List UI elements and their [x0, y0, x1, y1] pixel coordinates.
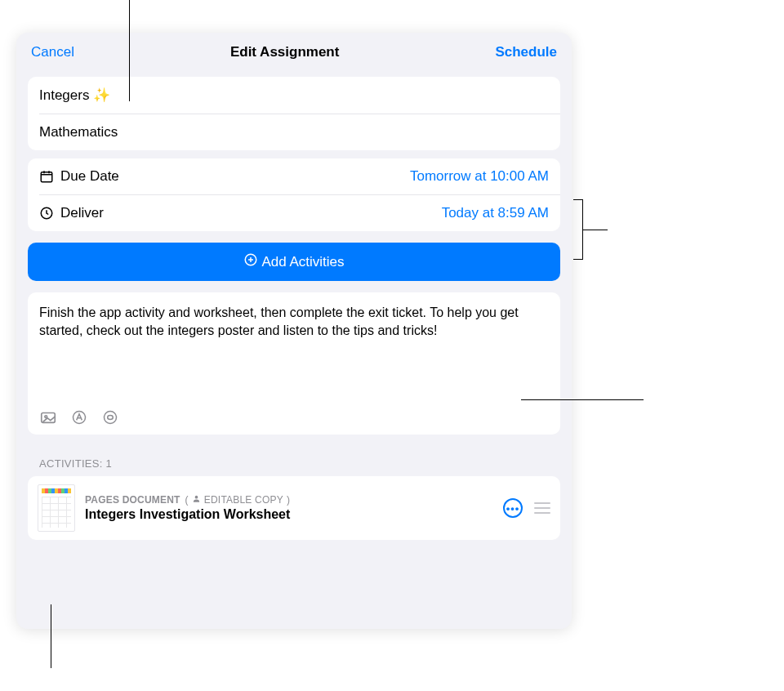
assignment-name-field[interactable]: Integers ✨ [28, 77, 560, 114]
sheet-title: Edit Assignment [230, 44, 340, 60]
sheet-header: Cancel Edit Assignment Schedule [16, 33, 572, 69]
photo-icon[interactable] [39, 408, 57, 426]
description-textarea[interactable]: Finish the app activity and worksheet, t… [39, 304, 549, 394]
plus-circle-icon [243, 252, 258, 271]
due-date-row[interactable]: Due Date Tomorrow at 10:00 AM [28, 158, 560, 194]
due-date-label: Due Date [60, 168, 119, 185]
assignment-name-text: Integers ✨ [39, 87, 110, 104]
document-thumbnail-icon [38, 484, 75, 532]
deliver-row[interactable]: Deliver Today at 8:59 AM [28, 195, 560, 231]
activity-badge-label: EDITABLE COPY [204, 494, 283, 506]
person-icon [192, 494, 201, 506]
svg-point-12 [194, 496, 198, 499]
clock-icon [39, 206, 54, 221]
callout-line [573, 199, 583, 260]
assignment-class-text: Mathematics [39, 124, 118, 140]
cancel-button[interactable]: Cancel [31, 44, 74, 60]
deliver-value[interactable]: Today at 8:59 AM [442, 205, 549, 221]
due-date-value[interactable]: Tomorrow at 10:00 AM [410, 168, 549, 185]
assignment-info-card: Integers ✨ Mathematics [28, 77, 560, 150]
description-card: Finish the app activity and worksheet, t… [28, 292, 560, 435]
add-activities-label: Add Activities [261, 254, 344, 270]
attachment-toolbar [39, 405, 549, 426]
activity-more-button[interactable]: ••• [503, 498, 523, 518]
add-activities-button[interactable]: Add Activities [28, 243, 560, 281]
markup-icon[interactable] [70, 408, 88, 426]
schedule-button[interactable]: Schedule [495, 44, 557, 60]
activity-type-label: PAGES DOCUMENT [85, 494, 180, 506]
edit-assignment-sheet: Cancel Edit Assignment Schedule Integers… [16, 33, 572, 629]
activity-title: Integers Investigation Worksheet [85, 507, 493, 522]
callout-line [521, 399, 644, 400]
callout-line [129, 0, 130, 101]
deliver-label: Deliver [60, 205, 104, 221]
audio-icon[interactable] [101, 408, 119, 426]
svg-point-11 [105, 412, 117, 424]
callout-line [583, 230, 608, 230]
callout-line [51, 604, 51, 668]
assignment-class-field[interactable]: Mathematics [28, 114, 560, 150]
dates-card: Due Date Tomorrow at 10:00 AM Deliver To… [28, 158, 560, 231]
activities-header: ACTIVITIES: 1 [39, 457, 549, 470]
calendar-icon [39, 169, 54, 184]
svg-rect-0 [41, 172, 52, 182]
svg-point-9 [45, 416, 47, 418]
activity-item[interactable]: PAGES DOCUMENT ( EDITABLE COPY) Integers… [28, 476, 560, 540]
activity-info: PAGES DOCUMENT ( EDITABLE COPY) Integers… [85, 494, 493, 522]
drag-handle-icon[interactable] [534, 502, 550, 514]
